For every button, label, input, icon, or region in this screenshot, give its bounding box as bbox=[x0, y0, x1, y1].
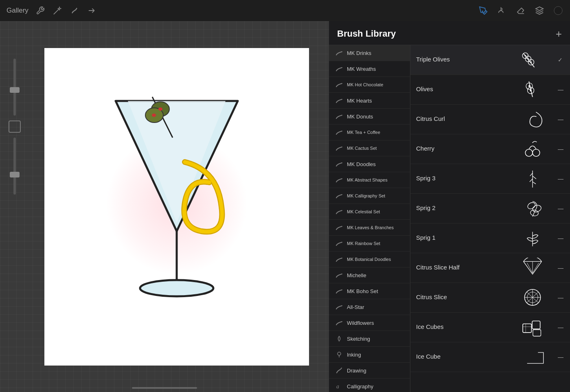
category-name-mk-calligraphy-set: MK Calligraphy Set bbox=[347, 193, 385, 198]
brush-item-sprig-3[interactable]: Sprig 3 — bbox=[410, 164, 570, 194]
category-icon-all-star bbox=[335, 303, 343, 311]
canvas-scrollbar[interactable] bbox=[132, 387, 197, 389]
category-item-mk-boho-set[interactable]: MK Boho Set bbox=[329, 283, 410, 299]
brush-list: Triple Olives ✓ Olives — Citrus Curl — C… bbox=[410, 45, 570, 392]
brush-library-panel: Brush Library + MK Drinks MK Wreaths MK … bbox=[329, 21, 570, 392]
category-icon-calligraphy: a bbox=[335, 383, 343, 390]
brush-item-citrus-slice-half[interactable]: Citrus Slice Half — bbox=[410, 253, 570, 283]
brush-check-cherry: — bbox=[558, 146, 564, 152]
brush-info-citrus-slice-half: Citrus Slice Half bbox=[416, 264, 507, 272]
brush-preview-ice-cube bbox=[512, 346, 553, 368]
category-item-wildflowers[interactable]: Wildflowers bbox=[329, 315, 410, 331]
category-item-mk-hot-chocolate[interactable]: MK Hot Chocolate bbox=[329, 77, 410, 93]
square-button[interactable] bbox=[9, 120, 21, 133]
color-picker[interactable] bbox=[553, 5, 563, 16]
toolbar-right bbox=[478, 5, 563, 16]
add-brush-button[interactable]: + bbox=[556, 28, 562, 39]
category-item-mk-cactus-set[interactable]: MK Cactus Set bbox=[329, 140, 410, 156]
category-icon-mk-donuts bbox=[335, 113, 343, 120]
brush-item-ice-cube[interactable]: Ice Cube — bbox=[410, 342, 570, 372]
svg-point-12 bbox=[338, 352, 341, 355]
toolbar-left: Gallery bbox=[7, 5, 97, 16]
category-icon-mk-calligraphy-set bbox=[335, 192, 343, 199]
brush-columns: MK Drinks MK Wreaths MK Hot Chocolate MK… bbox=[329, 45, 570, 392]
transform-tool[interactable] bbox=[86, 5, 97, 16]
brush-panel-title: Brush Library bbox=[337, 28, 396, 39]
brush-preview-citrus-curl bbox=[512, 108, 553, 131]
svg-point-10 bbox=[158, 107, 162, 111]
brush-item-sprig-2[interactable]: Sprig 2 — bbox=[410, 194, 570, 223]
brush-info-ice-cubes: Ice Cubes bbox=[416, 323, 507, 332]
brush-item-olives[interactable]: Olives — bbox=[410, 75, 570, 105]
category-item-mk-calligraphy-set[interactable]: MK Calligraphy Set bbox=[329, 188, 410, 204]
svg-point-19 bbox=[528, 58, 529, 60]
brush-item-citrus-slice[interactable]: Citrus Slice — bbox=[410, 283, 570, 313]
category-icon-michelle bbox=[335, 272, 343, 279]
brush-item-sprig-1[interactable]: Sprig 1 — bbox=[410, 223, 570, 253]
brush-item-ice-cubes[interactable]: Ice Cubes — bbox=[410, 313, 570, 342]
svg-line-31 bbox=[530, 179, 533, 182]
category-item-mk-donuts[interactable]: MK Donuts bbox=[329, 109, 410, 125]
canvas-area[interactable] bbox=[0, 21, 329, 392]
category-icon-mk-wreaths bbox=[335, 65, 343, 72]
brush-check-citrus-slice-half: — bbox=[558, 265, 564, 271]
brush-name-cherry: Cherry bbox=[416, 145, 507, 152]
magic-wand-tool[interactable] bbox=[52, 5, 63, 16]
svg-point-25 bbox=[530, 90, 531, 91]
svg-point-20 bbox=[531, 61, 532, 63]
gallery-button[interactable]: Gallery bbox=[7, 7, 28, 15]
brush-check-ice-cubes: — bbox=[558, 324, 564, 331]
brush-info-triple-olives: Triple Olives bbox=[416, 56, 507, 64]
category-icon-sketching bbox=[335, 335, 343, 342]
category-item-mk-abstract-shapes[interactable]: MK Abstract Shapes bbox=[329, 172, 410, 188]
category-item-mk-tea-coffee[interactable]: MK Tea + Coffee bbox=[329, 125, 410, 140]
layers-tool[interactable] bbox=[534, 5, 545, 16]
wrench-tool[interactable] bbox=[35, 5, 46, 16]
category-item-sketching[interactable]: Sketching bbox=[329, 331, 410, 347]
brush-item-citrus-curl[interactable]: Citrus Curl — bbox=[410, 105, 570, 134]
category-icon-mk-boho-set bbox=[335, 287, 343, 295]
brush-check-citrus-slice: — bbox=[558, 294, 564, 301]
brush-item-cherry[interactable]: Cherry — bbox=[410, 134, 570, 164]
category-name-all-star: All-Star bbox=[347, 304, 364, 310]
svg-marker-6 bbox=[128, 101, 226, 223]
category-item-mk-rainbow-set[interactable]: MK Rainbow Set bbox=[329, 236, 410, 252]
brush-info-sprig-2: Sprig 2 bbox=[416, 204, 507, 213]
category-item-all-star[interactable]: All-Star bbox=[329, 299, 410, 315]
category-name-mk-hot-chocolate: MK Hot Chocolate bbox=[347, 82, 383, 87]
smudge-tool[interactable] bbox=[69, 5, 80, 16]
brush-name-citrus-curl: Citrus Curl bbox=[416, 115, 507, 122]
category-name-mk-drinks: MK Drinks bbox=[347, 50, 371, 56]
brush-size-thumb[interactable] bbox=[10, 87, 20, 93]
category-item-mk-botanical-doodles[interactable]: MK Botanical Doodles bbox=[329, 252, 410, 267]
svg-point-18 bbox=[524, 55, 526, 57]
category-icon-mk-hearts bbox=[335, 97, 343, 104]
category-item-calligraphy[interactable]: a Calligraphy bbox=[329, 379, 410, 392]
brush-name-ice-cubes: Ice Cubes bbox=[416, 323, 507, 330]
category-icon-wildflowers bbox=[335, 319, 343, 326]
cocktail-illustration bbox=[91, 89, 262, 325]
category-name-michelle: Michelle bbox=[347, 272, 366, 278]
category-item-inking[interactable]: Inking bbox=[329, 347, 410, 363]
category-item-mk-celestial-set[interactable]: MK Celestial Set bbox=[329, 204, 410, 220]
eraser-tool[interactable] bbox=[515, 5, 526, 16]
brush-item-triple-olives[interactable]: Triple Olives ✓ bbox=[410, 45, 570, 75]
left-sidebar bbox=[0, 42, 29, 392]
brush-info-ice-cube: Ice Cube bbox=[416, 353, 507, 361]
svg-line-32 bbox=[533, 182, 536, 184]
category-item-michelle[interactable]: Michelle bbox=[329, 267, 410, 283]
category-name-mk-tea-coffee: MK Tea + Coffee bbox=[347, 130, 380, 135]
category-item-drawing[interactable]: Drawing bbox=[329, 363, 410, 379]
category-name-wildflowers: Wildflowers bbox=[347, 320, 374, 326]
brush-size-slider[interactable] bbox=[13, 59, 16, 116]
category-name-mk-botanical-doodles: MK Botanical Doodles bbox=[347, 257, 391, 262]
category-item-mk-drinks[interactable]: MK Drinks bbox=[329, 45, 410, 61]
svg-line-29 bbox=[530, 173, 533, 176]
category-item-mk-leaves-branches[interactable]: MK Leaves & Branches bbox=[329, 220, 410, 236]
category-item-mk-doodles[interactable]: MK Doodles bbox=[329, 156, 410, 172]
category-item-mk-wreaths[interactable]: MK Wreaths bbox=[329, 61, 410, 77]
brush-tool[interactable] bbox=[497, 5, 507, 16]
pen-tool[interactable] bbox=[478, 5, 489, 16]
category-item-mk-hearts[interactable]: MK Hearts bbox=[329, 93, 410, 109]
opacity-slider[interactable] bbox=[13, 138, 16, 195]
